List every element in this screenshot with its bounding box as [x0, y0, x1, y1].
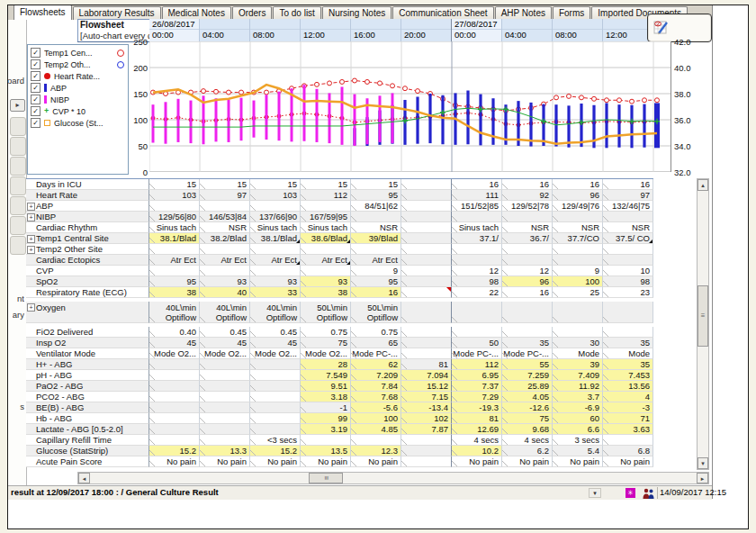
cell[interactable]: 3.19	[301, 424, 351, 435]
rail-collapsed-item[interactable]	[10, 137, 26, 156]
cell[interactable]	[452, 255, 502, 266]
header-col-1[interactable]: 04:00	[200, 19, 250, 41]
cell[interactable]: 111	[452, 190, 502, 201]
cell[interactable]: 6.2	[502, 446, 553, 456]
header-col-0[interactable]: 26/08/201700:00	[149, 19, 200, 41]
cell[interactable]	[401, 327, 452, 338]
cell[interactable]: 99	[301, 413, 351, 424]
cell[interactable]: 28	[301, 359, 351, 370]
cell[interactable]: 12	[502, 266, 553, 276]
legend-item-cvp-10[interactable]: ✓+CVP * 10	[28, 105, 128, 117]
checkbox-checked-icon[interactable]: ✓	[31, 106, 40, 116]
row-label-temp1-central-site[interactable]: +Temp1 Central Site	[26, 233, 149, 244]
row-label-oxygen[interactable]: +Oxygen	[26, 302, 149, 323]
header-col-5[interactable]: 20:00	[401, 19, 452, 41]
tab-forms[interactable]: Forms	[553, 6, 590, 20]
cell[interactable]: 96	[553, 190, 603, 201]
cell[interactable]	[401, 338, 452, 348]
cell[interactable]: 40L\min Optiflow	[250, 302, 301, 323]
cell[interactable]: Mode O2...	[250, 348, 301, 359]
cell[interactable]: 16	[351, 287, 401, 298]
cell[interactable]: 93	[301, 276, 351, 287]
cell[interactable]: NSR	[200, 222, 250, 233]
checkbox-checked-icon[interactable]: ✓	[31, 118, 40, 128]
cell[interactable]: 9	[351, 266, 401, 276]
cell[interactable]	[301, 201, 351, 212]
status-dropdown-button[interactable]: ▾	[589, 488, 601, 498]
cell[interactable]	[149, 413, 200, 424]
cell[interactable]: No pain	[502, 456, 553, 467]
cell[interactable]	[200, 359, 250, 370]
cell[interactable]	[200, 201, 250, 212]
cell[interactable]: 97	[200, 190, 250, 201]
row-label-nibp[interactable]: +NIBP	[26, 212, 149, 222]
cell[interactable]: -3	[603, 402, 653, 413]
cell[interactable]	[401, 244, 452, 255]
alert-asterisk-icon[interactable]: ✳	[626, 488, 635, 498]
row-label-temp2-other-site[interactable]: +Temp2 Other Site	[26, 244, 149, 255]
cell[interactable]	[603, 302, 653, 323]
horizontal-scroll-thumb[interactable]: ≡	[309, 473, 343, 483]
cell[interactable]: 71	[603, 413, 653, 424]
expand-icon[interactable]: +	[27, 213, 35, 221]
cell[interactable]: 7.84	[351, 381, 401, 392]
cell[interactable]: 3.63	[603, 424, 653, 435]
cell[interactable]	[603, 212, 653, 222]
cell[interactable]: 25	[553, 287, 603, 298]
cell[interactable]: 3.7	[553, 392, 603, 402]
cell[interactable]: 4 secs	[452, 435, 502, 446]
cell[interactable]	[200, 392, 250, 402]
tab-nursing-notes[interactable]: Nursing Notes	[322, 6, 392, 20]
cell[interactable]: 151/52|85	[452, 201, 502, 212]
cell[interactable]	[351, 212, 401, 222]
cell[interactable]: 4.05	[502, 392, 553, 402]
cell[interactable]: 7.094	[401, 370, 452, 381]
cell[interactable]: No pain	[452, 456, 502, 467]
cell[interactable]: 33	[250, 287, 301, 298]
cell[interactable]: 129/56|80	[149, 212, 200, 222]
row-label-pao2-abg[interactable]: PaO2 - ABG	[26, 381, 149, 392]
cell[interactable]: 35	[502, 338, 553, 348]
cell[interactable]	[603, 244, 653, 255]
cell[interactable]: -19.3	[452, 402, 502, 413]
cell[interactable]	[401, 348, 452, 359]
cell[interactable]: 10.2	[452, 446, 502, 456]
cell[interactable]: 81	[452, 413, 502, 424]
cell[interactable]: 15.12	[401, 381, 452, 392]
row-label-cardiac-rhythm[interactable]: Cardiac Rhythm	[26, 222, 149, 233]
cell[interactable]: 5.4	[553, 446, 603, 456]
cell[interactable]	[401, 446, 452, 456]
table-horizontal-scrollbar[interactable]: ◂ ≡ ▸	[77, 472, 709, 484]
cell[interactable]: Mode O2...	[149, 348, 200, 359]
cell[interactable]: 55	[502, 359, 553, 370]
cell[interactable]: No pain	[351, 456, 401, 467]
cell[interactable]: 25.89	[502, 381, 553, 392]
cell[interactable]	[250, 381, 301, 392]
table-vertical-scrollbar[interactable]: ▴ ≡ ▾	[697, 178, 709, 470]
cell[interactable]	[250, 402, 301, 413]
cell[interactable]: Mode O2...	[301, 348, 351, 359]
cell[interactable]: -12.6	[502, 402, 553, 413]
cell[interactable]: 93	[250, 276, 301, 287]
legend-item-temp2-oth[interactable]: ✓Temp2 Oth...	[28, 59, 128, 70]
cell[interactable]	[502, 302, 553, 323]
cell[interactable]: 95	[149, 276, 200, 287]
cell[interactable]: 16	[502, 179, 553, 190]
cell[interactable]: 7.15	[401, 392, 452, 402]
tab-ahp-notes[interactable]: AHP Notes	[495, 6, 552, 20]
cell[interactable]: 10	[603, 266, 653, 276]
cell[interactable]: 6.8	[603, 446, 653, 456]
cell[interactable]: 95	[351, 276, 401, 287]
cell[interactable]	[553, 212, 603, 222]
cell[interactable]: NSR	[553, 222, 603, 233]
tab-medical-notes[interactable]: Medical Notes	[162, 6, 231, 20]
cell[interactable]: 9	[553, 266, 603, 276]
cell[interactable]: 38.2/Blad	[200, 233, 250, 244]
cell[interactable]: 35	[603, 359, 653, 370]
scroll-up-button[interactable]: ▴	[698, 179, 708, 191]
row-label-cardiac-ectopics[interactable]: Cardiac Ectopics	[26, 255, 149, 266]
cell[interactable]: 132/46|75	[603, 201, 653, 212]
cell[interactable]	[401, 276, 452, 287]
cell[interactable]	[452, 327, 502, 338]
cell[interactable]: 75	[502, 413, 553, 424]
